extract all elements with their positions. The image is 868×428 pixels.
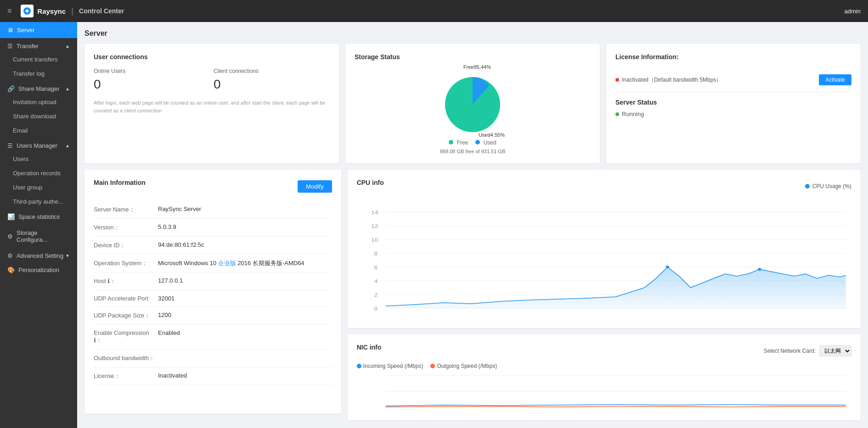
info-row-device-id: Device ID： 94:de:80:61:f2:5c bbox=[94, 237, 332, 255]
udp-port-value: 32001 bbox=[158, 295, 332, 302]
sidebar-item-current-transfers[interactable]: Current transfers bbox=[0, 52, 77, 67]
users-label: Users bbox=[13, 156, 28, 162]
outgoing-dot bbox=[430, 364, 435, 368]
sidebar-item-operation-records[interactable]: Operation records bbox=[0, 166, 77, 180]
main-content: Server User connections Online Users 0 C… bbox=[77, 22, 868, 428]
info-row-license: License： Inactivated bbox=[94, 367, 332, 385]
sidebar-item-invitation-upload[interactable]: Invitation upload bbox=[0, 95, 77, 109]
sidebar-section-advanced-setting[interactable]: ⚙ Advanced Setting ▼ bbox=[0, 248, 77, 262]
udp-package-label: UDP Package Size： bbox=[94, 311, 158, 320]
license-card: License Information: Inactivated（Default… bbox=[606, 44, 861, 163]
online-users-label: Online Users bbox=[94, 68, 210, 74]
user-group-label: User group bbox=[13, 184, 42, 191]
advanced-setting-label: Advanced Setting bbox=[17, 252, 63, 259]
activate-button[interactable]: Activate bbox=[819, 74, 851, 85]
storage-info: 889.08 GB free of 931.51 GB bbox=[440, 149, 505, 154]
space-statistics-label: Space statistics bbox=[18, 213, 60, 220]
sidebar-item-users[interactable]: Users bbox=[0, 152, 77, 166]
cpu-chart-card: CPU info CPU Usage (%) 0 2 4 6 8 10 bbox=[348, 170, 861, 328]
header: ≡ Raysync | Control Center admin bbox=[0, 0, 868, 22]
network-card-select[interactable]: 以太网 bbox=[819, 345, 851, 356]
users-manager-label: Users Manager bbox=[17, 142, 57, 149]
hamburger-icon[interactable]: ≡ bbox=[7, 7, 11, 15]
license-row-value: Inactivated bbox=[158, 372, 332, 380]
info-row-os: Operation System： Microsoft Windows 10 企… bbox=[94, 255, 332, 272]
license-row: Inactivated（Default bandwidth 5Mbps） Act… bbox=[615, 74, 851, 85]
server-icon: 🖥 bbox=[7, 27, 13, 33]
os-link[interactable]: 企业版 bbox=[218, 260, 236, 267]
storage-pie-chart bbox=[436, 68, 509, 141]
info-row-udp-port: UDP Accelerate Port 32001 bbox=[94, 290, 332, 307]
cpu-legend-label: CPU Usage (%) bbox=[812, 183, 851, 189]
device-id-value: 94:de:80:61:f2:5c bbox=[158, 241, 332, 250]
sidebar-item-share-download[interactable]: Share download bbox=[0, 109, 77, 123]
main-info-header: Main Information Modify bbox=[94, 179, 332, 194]
sidebar-section-users-manager[interactable]: ☰ Users Manager ▲ bbox=[0, 138, 77, 152]
server-status-section: Server Status Running bbox=[615, 92, 851, 117]
info-row-version: Version： 5.0.3.9 bbox=[94, 219, 332, 237]
storage-config-label: Storage Configura... bbox=[17, 229, 70, 243]
info-row-host: Host ℹ： 127.0.0.1 bbox=[94, 272, 332, 290]
cpu-legend: CPU Usage (%) bbox=[805, 183, 851, 189]
svg-text:6: 6 bbox=[374, 265, 378, 270]
select-network-card-label: Select Network Card: bbox=[764, 348, 816, 354]
online-users-section: Online Users 0 bbox=[94, 68, 210, 92]
compression-value: Enabled bbox=[158, 329, 332, 345]
host-value: 127.0.0.1 bbox=[158, 277, 332, 285]
users-manager-chevron: ▲ bbox=[65, 143, 70, 148]
connections-note: After login, each web page will be count… bbox=[94, 99, 330, 114]
sidebar-item-personalization[interactable]: 🎨 Personalization bbox=[0, 262, 77, 278]
connections-grid: Online Users 0 Client connections 0 bbox=[94, 68, 330, 92]
main-info-card: Main Information Modify Server Name： Ray… bbox=[85, 170, 341, 414]
os-value: Microsoft Windows 10 企业版 2016 长期服务版-AMD6… bbox=[158, 259, 332, 267]
transfer-label: Transfer bbox=[17, 43, 39, 50]
share-manager-chevron: ▲ bbox=[65, 86, 70, 91]
nic-chart-svg bbox=[357, 373, 851, 410]
svg-text:8: 8 bbox=[374, 251, 378, 256]
online-users-value: 0 bbox=[94, 77, 210, 92]
logo: Raysync | Control Center bbox=[21, 5, 124, 17]
sidebar-item-transfer-log[interactable]: Transfer log bbox=[0, 67, 77, 81]
share-download-label: Share download bbox=[13, 113, 56, 120]
license-row-label: License： bbox=[94, 372, 158, 380]
sidebar-item-user-group[interactable]: User group bbox=[0, 180, 77, 195]
sidebar-item-email[interactable]: Email bbox=[0, 123, 77, 138]
svg-point-19 bbox=[758, 268, 761, 271]
sidebar-item-space-statistics[interactable]: 📊 Space statistics bbox=[0, 209, 77, 225]
license-status-text: Inactivated（Default bandwidth 5Mbps） bbox=[622, 76, 721, 84]
compression-label: Enable Compression ℹ： bbox=[94, 329, 158, 345]
device-id-label: Device ID： bbox=[94, 241, 158, 250]
advanced-setting-icon: ⚙ bbox=[7, 252, 13, 259]
used-label-chart: Used4.55% bbox=[479, 132, 505, 138]
sidebar-section-share-manager[interactable]: 🔗 Share Manager ▲ bbox=[0, 81, 77, 95]
invitation-upload-label: Invitation upload bbox=[13, 99, 56, 106]
client-connections-section: Client connections 0 bbox=[214, 68, 330, 92]
sidebar-item-third-party[interactable]: Third-party authe... bbox=[0, 195, 77, 209]
nic-header: NIC info Select Network Card: 以太网 bbox=[357, 344, 851, 358]
operation-records-label: Operation records bbox=[13, 170, 61, 177]
personalization-icon: 🎨 bbox=[7, 267, 15, 273]
outgoing-label: Outgoing Speed (/Mbps) bbox=[437, 363, 497, 369]
sidebar: 🖥 Server ☰ Transfer ▲ Current transfers … bbox=[0, 22, 77, 428]
host-label: Host ℹ： bbox=[94, 277, 158, 285]
os-label: Operation System： bbox=[94, 259, 158, 267]
sidebar-section-transfer[interactable]: ☰ Transfer ▲ bbox=[0, 38, 77, 52]
transfer-log-label: Transfer log bbox=[13, 70, 45, 77]
charts-column: CPU info CPU Usage (%) 0 2 4 6 8 10 bbox=[348, 170, 861, 420]
bandwidth-label: Outbound bandwidth： bbox=[94, 354, 158, 362]
modify-button[interactable]: Modify bbox=[298, 180, 332, 193]
logo-text: Raysync bbox=[37, 7, 66, 15]
third-party-label: Third-party authe... bbox=[13, 198, 63, 205]
client-connections-label: Client connections bbox=[214, 68, 330, 74]
space-statistics-icon: 📊 bbox=[7, 213, 15, 220]
server-name-value: RaySync Server bbox=[158, 206, 332, 214]
outgoing-legend: Outgoing Speed (/Mbps) bbox=[430, 363, 497, 369]
running-dot bbox=[615, 112, 619, 116]
top-cards-row: User connections Online Users 0 Client c… bbox=[85, 44, 861, 163]
sidebar-item-server[interactable]: 🖥 Server bbox=[0, 22, 77, 38]
svg-text:10: 10 bbox=[371, 237, 378, 243]
version-value: 5.0.3.9 bbox=[158, 223, 332, 232]
sidebar-item-storage-config[interactable]: ⚙ Storage Configura... bbox=[0, 225, 77, 248]
email-label: Email bbox=[13, 127, 28, 134]
cpu-info-title: CPU info bbox=[357, 179, 384, 186]
